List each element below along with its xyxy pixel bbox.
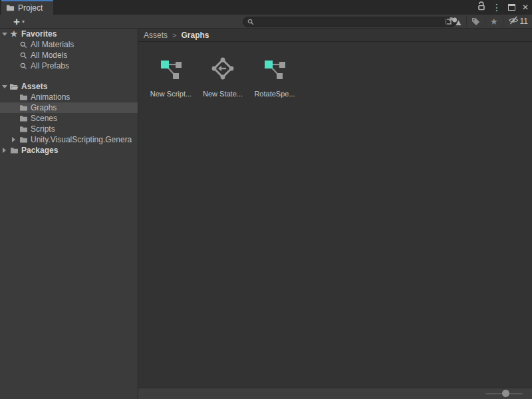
unlock-icon[interactable] xyxy=(477,1,485,13)
search-input[interactable] xyxy=(254,17,445,27)
sidebar-item-scripts[interactable]: Scripts xyxy=(0,124,138,134)
search-icon xyxy=(18,52,29,59)
sidebar-item-animations[interactable]: Animations xyxy=(0,92,138,102)
search-by-type-icon[interactable] xyxy=(447,15,466,28)
sidebar-item-favorites[interactable]: ★ Favorites xyxy=(0,29,138,39)
folder-icon xyxy=(18,136,29,143)
sidebar-item-label: Packages xyxy=(21,146,58,155)
plus-icon: + xyxy=(13,16,20,27)
state-graph-icon xyxy=(211,57,234,82)
asset-browser-pane: Assets > Graphs New Script... xyxy=(138,29,532,399)
search-icon xyxy=(18,41,29,49)
search-icon xyxy=(18,63,29,70)
project-tree-sidebar: ★ Favorites All Materials All Models All… xyxy=(0,29,138,399)
chevron-right-icon[interactable] xyxy=(0,148,9,153)
script-graph-icon xyxy=(160,57,182,82)
sidebar-item-all-prefabs[interactable]: All Prefabs xyxy=(0,61,138,71)
tab-bar: Project ⋮ ✕ xyxy=(0,0,532,15)
eye-slash-icon xyxy=(508,15,519,27)
sidebar-item-packages[interactable]: Packages xyxy=(0,145,138,156)
sidebar-item-label: Assets xyxy=(21,82,47,91)
breadcrumb-assets[interactable]: Assets xyxy=(144,31,168,40)
maximize-icon[interactable] xyxy=(508,4,515,11)
folder-icon xyxy=(18,94,29,100)
chevron-right-icon[interactable] xyxy=(9,137,18,142)
sidebar-item-label: All Materials xyxy=(31,40,74,49)
star-icon: ★ xyxy=(9,30,19,38)
close-icon[interactable]: ✕ xyxy=(522,3,529,11)
breadcrumb: Assets > Graphs xyxy=(138,29,532,42)
sidebar-item-label: Scripts xyxy=(31,124,55,134)
section-gap xyxy=(0,71,138,81)
sidebar-item-label: Graphs xyxy=(31,103,57,112)
sidebar-item-label: Scenes xyxy=(31,114,57,123)
sidebar-item-all-models[interactable]: All Models xyxy=(0,50,138,61)
sidebar-item-label: All Models xyxy=(31,51,67,60)
sidebar-item-label: Animations xyxy=(31,92,70,102)
sidebar-item-unity-visualscripting[interactable]: Unity.VisualScripting.Genera xyxy=(0,134,138,145)
sidebar-item-label: All Prefabs xyxy=(31,61,69,70)
script-graph-icon xyxy=(263,57,286,82)
folder-icon xyxy=(18,104,29,111)
add-asset-button[interactable]: + ▾ xyxy=(13,15,25,28)
sidebar-item-graphs[interactable]: Graphs xyxy=(0,102,138,113)
sidebar-item-label: Unity.VisualScripting.Genera xyxy=(31,135,132,144)
slider-knob[interactable] xyxy=(502,390,509,397)
asset-item-new-state[interactable]: New State... xyxy=(198,57,247,98)
hidden-count-button[interactable]: 11 xyxy=(503,15,531,28)
chevron-down-icon: ▾ xyxy=(22,19,25,25)
asset-label: New Script... xyxy=(150,90,192,98)
save-search-star-icon[interactable]: ★ xyxy=(485,15,503,28)
toolbar: + ▾ ★ xyxy=(0,15,532,29)
sidebar-item-label: Favorites xyxy=(21,29,57,39)
sidebar-item-all-materials[interactable]: All Materials xyxy=(0,39,138,50)
search-icon xyxy=(247,16,254,28)
asset-label: New State... xyxy=(203,90,243,98)
hidden-count: 11 xyxy=(520,17,528,26)
folder-icon xyxy=(18,126,29,132)
asset-label: RotateSpe... xyxy=(254,90,295,98)
icon-size-slider[interactable] xyxy=(485,390,523,397)
folder-icon xyxy=(9,147,19,154)
chevron-down-icon[interactable] xyxy=(0,85,9,88)
breadcrumb-separator: > xyxy=(172,31,176,39)
folder-open-icon xyxy=(9,83,19,90)
kebab-menu-icon[interactable]: ⋮ xyxy=(492,3,501,12)
asset-item-rotatespeed[interactable]: RotateSpe... xyxy=(250,57,299,98)
tab-label: Project xyxy=(18,3,43,13)
tab-project[interactable]: Project xyxy=(1,0,53,15)
asset-item-new-script[interactable]: New Script... xyxy=(146,57,196,98)
search-field[interactable] xyxy=(243,17,456,27)
folder-icon xyxy=(6,2,15,14)
status-bar xyxy=(138,388,532,399)
breadcrumb-graphs[interactable]: Graphs xyxy=(181,31,209,40)
asset-grid: New Script... New State... xyxy=(138,43,532,388)
search-by-label-icon[interactable] xyxy=(467,15,485,28)
sidebar-item-scenes[interactable]: Scenes xyxy=(0,113,138,124)
folder-icon xyxy=(18,115,29,122)
sidebar-item-assets[interactable]: Assets xyxy=(0,81,138,92)
chevron-down-icon[interactable] xyxy=(0,33,9,36)
